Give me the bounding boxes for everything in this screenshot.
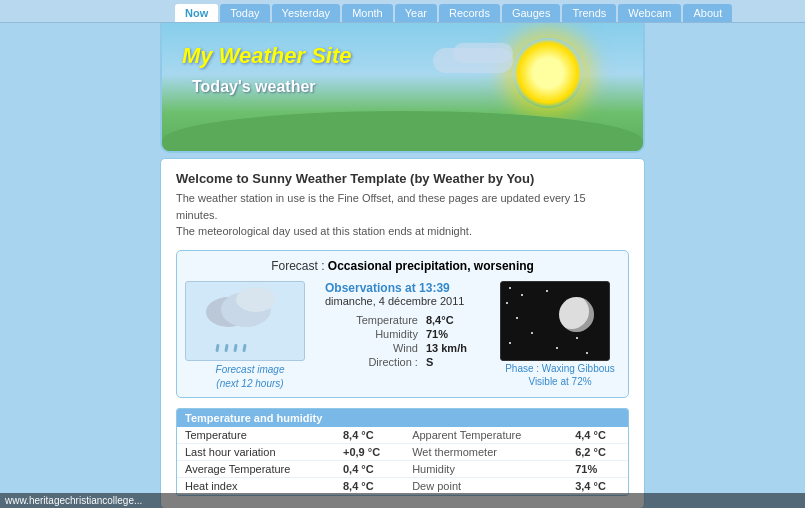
temp-value: 8,4 °C (335, 427, 404, 444)
temp-value: 4,4 °C (567, 427, 628, 444)
nav-webcam[interactable]: Webcam (618, 4, 681, 22)
observations-title: Observations at 13:39 (325, 281, 490, 295)
table-row: Temperature 8,4 °C Apparent Temperature … (177, 427, 628, 444)
forecast-image-label: Forecast image (185, 364, 315, 375)
observations-date: dimanche, 4 décembre 2011 (325, 295, 490, 307)
temp-label: Dew point (404, 477, 567, 494)
welcome-line2: The meteorological day used at this stat… (176, 223, 629, 240)
nav-yesterday[interactable]: Yesterday (272, 4, 341, 22)
temp-label: Average Temperature (177, 460, 335, 477)
obs-label: Humidity (325, 327, 422, 341)
nav-about[interactable]: About (683, 4, 732, 22)
moon-circle (559, 297, 594, 332)
forecast-image (185, 281, 305, 361)
obs-label: Wind (325, 341, 422, 355)
temp-value: 8,4 °C (335, 477, 404, 494)
forecast-title: Forecast : Occasional precipitation, wor… (185, 259, 620, 273)
temp-value: 71% (567, 460, 628, 477)
observations-panel: Observations at 13:39 dimanche, 4 décemb… (325, 281, 490, 369)
table-row: Humidity 71% (325, 327, 490, 341)
navigation-bar: Now Today Yesterday Month Year Records G… (0, 0, 805, 23)
temp-label: Apparent Temperature (404, 427, 567, 444)
temperature-section: Temperature and humidity Temperature 8,4… (176, 408, 629, 496)
forecast-image-box: Forecast image (next 12 hours) (185, 281, 315, 389)
obs-label: Temperature (325, 313, 422, 327)
temp-label: Heat index (177, 477, 335, 494)
forecast-image-sublabel: (next 12 hours) (185, 378, 315, 389)
welcome-line1: The weather station in use is the Fine O… (176, 190, 629, 223)
moon-phase-label: Phase : Waxing Gibbous (500, 363, 620, 374)
observations-table: Temperature 8,4°C Humidity 71% Wind 13 k… (325, 313, 490, 369)
forecast-body: Forecast image (next 12 hours) Observati… (185, 281, 620, 389)
header-banner: My Weather Site Today's weather (160, 23, 645, 153)
table-row: Temperature 8,4°C (325, 313, 490, 327)
nav-now[interactable]: Now (175, 4, 218, 22)
hills-decoration (162, 111, 643, 151)
rain-icon (216, 344, 246, 352)
main-content: Welcome to Sunny Weather Template (by We… (160, 158, 645, 508)
temp-label: Humidity (404, 460, 567, 477)
temp-label: Last hour variation (177, 443, 335, 460)
nav-month[interactable]: Month (342, 4, 393, 22)
nav-trends[interactable]: Trends (562, 4, 616, 22)
temp-value: 6,2 °C (567, 443, 628, 460)
clouds-decoration (433, 43, 553, 83)
moon-visible-label: Visible at 72% (500, 376, 620, 387)
table-row: Last hour variation +0,9 °C Wet thermome… (177, 443, 628, 460)
footer-url: www.heritagechristiancollege... (5, 495, 142, 506)
moon-box: Phase : Waxing Gibbous Visible at 72% (500, 281, 620, 387)
moon-image (500, 281, 610, 361)
obs-value: 71% (422, 327, 490, 341)
temp-value: 3,4 °C (567, 477, 628, 494)
nav-year[interactable]: Year (395, 4, 437, 22)
temp-value: 0,4 °C (335, 460, 404, 477)
site-title: My Weather Site (182, 43, 352, 69)
temp-label: Wet thermometer (404, 443, 567, 460)
obs-label: Direction : (325, 355, 422, 369)
welcome-title: Welcome to Sunny Weather Template (by We… (176, 171, 629, 186)
temp-value: +0,9 °C (335, 443, 404, 460)
table-row: Wind 13 km/h (325, 341, 490, 355)
table-row: Average Temperature 0,4 °C Humidity 71% (177, 460, 628, 477)
page-subtitle: Today's weather (192, 78, 316, 96)
forecast-section: Forecast : Occasional precipitation, wor… (176, 250, 629, 398)
obs-value: 8,4°C (422, 313, 490, 327)
nav-today[interactable]: Today (220, 4, 269, 22)
obs-value: 13 km/h (422, 341, 490, 355)
nav-gauges[interactable]: Gauges (502, 4, 561, 22)
forecast-description: Occasional precipitation, worsening (328, 259, 534, 273)
footer-bar: www.heritagechristiancollege... (0, 493, 805, 508)
temp-label: Temperature (177, 427, 335, 444)
temp-table-header: Temperature and humidity (177, 409, 628, 427)
obs-value: S (422, 355, 490, 369)
temperature-table: Temperature 8,4 °C Apparent Temperature … (177, 427, 628, 495)
table-row: Direction : S (325, 355, 490, 369)
nav-records[interactable]: Records (439, 4, 500, 22)
table-row: Heat index 8,4 °C Dew point 3,4 °C (177, 477, 628, 494)
